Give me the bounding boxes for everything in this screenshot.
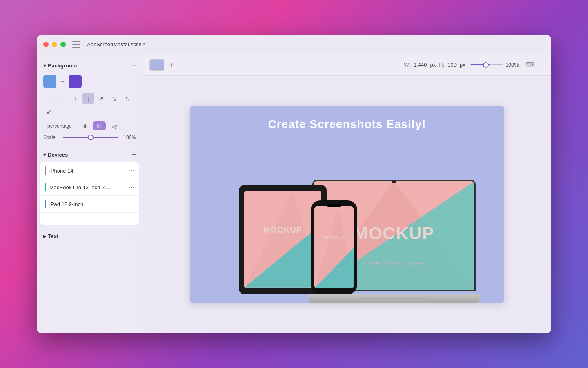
scale-fill-button[interactable]: fill [93,121,105,130]
chevron-down-icon: ▾ [43,152,46,158]
device-add-area [40,213,139,225]
scale-percent-value: 100% [121,135,136,140]
canvas[interactable]: Create Screenshots Easily! [190,106,504,303]
dir-up-left-button[interactable]: ↖ [122,93,133,104]
laptop-mockup-text: MOCKUP [354,224,435,243]
zoom-percent: 100% [506,62,520,68]
iphone-body: MOCKUP YOUR DESIGN [311,200,357,294]
add-canvas-button[interactable]: + [169,61,174,69]
dir-down-left-button[interactable]: ↙ [43,106,55,117]
gradient-arrow-icon: → [60,78,65,85]
keyboard-icon-button[interactable]: ⌨ [525,61,535,69]
iphone-notch [327,204,341,207]
more-options-button[interactable]: ··· [539,61,545,69]
device-item-iphone[interactable]: iPhone 14 ··· [40,162,139,179]
toolbar: + W: 1,440 px H: 900 px 100% ⌨ ··· [143,54,551,76]
ipad-mockup-text: MOCKUP [263,225,302,235]
dir-down-right-button[interactable]: ↘ [109,93,120,104]
scale-mode-row: percentage fit fill xy [43,121,136,130]
scale-percentage-button[interactable]: percentage [43,121,76,130]
background-section-body: → → ← ↑ ↓ ↗ ↘ ↖ ↙ percentage fit fill [37,72,143,147]
sidebar: ▾ Background + → → ← ↑ ↓ ↗ ↘ [37,54,143,333]
text-section-header[interactable]: ▸ Text + [37,230,143,242]
iphone-mockup-text: MOCKUP [323,235,345,240]
main-layout: ▾ Background + → → ← ↑ ↓ ↗ ↘ [37,54,551,333]
iphone-screen-content: MOCKUP YOUR DESIGN [314,206,354,288]
ipad-screen-content: MOCKUP YOUR DESIGN HERE [244,191,321,288]
text-section-title: ▸ Text [43,233,58,239]
laptop-mockup-subtext: YOUR DESIGN HERE [364,261,425,266]
width-label: W: [404,62,410,68]
ipad-screen: MOCKUP YOUR DESIGN HERE [244,191,321,288]
titlebar: AppScreenMaster.scsh * [37,35,551,54]
canvas-thumbnail[interactable] [149,59,164,71]
maximize-button[interactable] [60,42,66,47]
chevron-down-icon: ▾ [43,63,46,69]
gradient-color-row: → [43,75,136,88]
device-more-ipad[interactable]: ··· [129,200,134,208]
height-value: 900 [448,62,457,68]
canvas-wrap: Create Screenshots Easily! [143,76,551,333]
device-accent-ipad [45,200,46,208]
scale-row: Scale 100% [43,135,136,140]
text-section: ▸ Text + [37,230,143,245]
devices-section-title: ▾ Devices [43,152,68,158]
close-button[interactable] [43,42,49,47]
device-name-ipad: iPad 12.9-inch [49,201,129,207]
scale-xy-button[interactable]: xy [108,121,121,130]
gradient-from-color[interactable] [43,75,56,88]
background-add-button[interactable]: + [131,62,136,69]
app-window: AppScreenMaster.scsh * ▾ Background + → [37,35,551,333]
devices-section-header[interactable]: ▾ Devices + [37,148,143,161]
toolbar-dimensions: W: 1,440 px H: 900 px [404,62,465,68]
device-name-iphone: iPhone 14 [49,168,129,174]
dir-right-button[interactable]: → [43,93,55,104]
laptop-hinge [360,298,428,299]
text-add-button[interactable]: + [131,232,136,240]
devices-add-button[interactable]: + [131,151,136,158]
device-more-iphone[interactable]: ··· [129,167,134,174]
height-label: H: [439,62,444,68]
traffic-lights [43,42,66,47]
device-list: iPhone 14 ··· MacBook Pro 13-inch 20... … [40,162,139,225]
zoom-control: 100% [470,62,520,68]
devices-section: ▾ Devices + iPhone 14 ··· MacBook Pro 13… [37,147,143,230]
dir-left-button[interactable]: ← [56,93,68,104]
iphone-screen: MOCKUP YOUR DESIGN [314,206,354,288]
width-value: 1,440 [414,62,427,68]
width-unit: px [430,62,436,68]
minimize-button[interactable] [52,42,57,47]
canvas-title: Create Screenshots Easily! [190,106,504,131]
background-section-header[interactable]: ▾ Background + [37,59,143,72]
iphone-mockup: MOCKUP YOUR DESIGN [311,200,357,294]
scale-label: Scale [43,135,60,140]
ipad-mockup-subtext: YOUR DESIGN HERE [266,266,299,269]
device-name-macbook: MacBook Pro 13-inch 20... [49,184,129,191]
height-unit: px [460,62,466,68]
device-accent-iphone [45,166,46,175]
iphone-mockup-subtext: YOUR DESIGN [326,268,342,270]
dir-down-button[interactable]: ↓ [82,93,94,104]
background-section-title: ▾ Background [43,63,79,69]
gradient-direction-grid: → ← ↑ ↓ ↗ ↘ ↖ ↙ [43,93,136,117]
dir-up-right-button[interactable]: ↗ [96,93,107,104]
device-item-ipad[interactable]: iPad 12.9-inch ··· [40,196,139,213]
devices-mockup-container: MOCKUP YOUR DESIGN HERE [190,147,504,303]
gradient-to-color[interactable] [69,75,82,88]
device-more-macbook[interactable]: ··· [129,184,134,191]
device-item-macbook[interactable]: MacBook Pro 13-inch 20... ··· [40,179,139,196]
scale-slider[interactable] [63,137,118,138]
sidebar-toggle-button[interactable] [72,41,80,48]
device-accent-macbook [45,183,46,191]
content-area: + W: 1,440 px H: 900 px 100% ⌨ ··· [143,54,551,333]
dir-up-button[interactable]: ↑ [69,93,81,104]
window-title: AppScreenMaster.scsh * [87,41,145,47]
zoom-slider[interactable] [470,64,503,65]
chevron-right-icon: ▸ [43,233,46,239]
scale-fit-button[interactable]: fit [78,121,90,130]
laptop-camera [392,181,396,183]
